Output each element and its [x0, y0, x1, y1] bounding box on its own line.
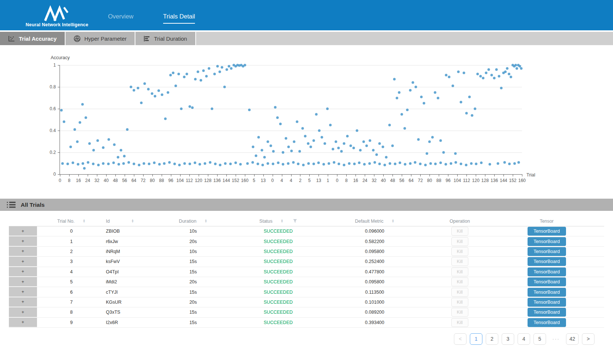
tensorboard-button[interactable]: TensorBoard	[528, 237, 566, 246]
x-tick-label: 104	[454, 178, 461, 183]
col-header-duration[interactable]: Duration▲▼	[149, 216, 238, 226]
kill-button[interactable]: Kill	[451, 247, 468, 256]
aperture-icon	[74, 35, 81, 42]
page-button-4[interactable]: 4	[518, 333, 530, 345]
tensorboard-button[interactable]: TensorBoard	[528, 257, 566, 266]
scatter-point	[246, 162, 249, 165]
x-axis-tick	[476, 174, 476, 176]
scatter-point	[69, 146, 72, 148]
scatter-point	[444, 163, 447, 166]
tensorboard-button[interactable]: TensorBoard	[528, 288, 566, 297]
tab-hyper-parameter[interactable]: Hyper Parameter	[65, 32, 135, 45]
table-cell: Kill	[430, 277, 489, 287]
tensorboard-button[interactable]: TensorBoard	[528, 247, 566, 256]
sort-icon[interactable]: ▲▼	[392, 219, 394, 223]
sort-icon[interactable]: ▲▼	[281, 219, 283, 223]
tensorboard-button[interactable]: TensorBoard	[528, 227, 566, 236]
scatter-point	[451, 85, 454, 87]
scatter-point	[175, 85, 177, 87]
expand-button[interactable]: +	[9, 297, 37, 307]
y-grid-line	[60, 109, 522, 109]
expand-button[interactable]: +	[9, 277, 37, 287]
tensorboard-button[interactable]: TensorBoard	[528, 308, 566, 317]
col-header-id[interactable]: Id▲▼	[106, 216, 149, 226]
scatter-point	[384, 164, 386, 166]
kill-button[interactable]: Kill	[451, 288, 468, 297]
col-header-default-metric[interactable]: Default Metric▲▼	[319, 216, 430, 226]
nav-trials-detail[interactable]: Trials Detail	[163, 13, 195, 24]
expand-button[interactable]: +	[9, 236, 37, 246]
kill-button[interactable]: Kill	[451, 318, 468, 327]
x-tick-label: 0	[271, 178, 274, 183]
scatter-point	[267, 140, 269, 143]
scatter-icon	[8, 36, 15, 42]
expand-button[interactable]: +	[9, 267, 37, 277]
page-button-1[interactable]: 1	[470, 333, 482, 345]
expand-button[interactable]: +	[9, 247, 37, 256]
x-axis-tick	[106, 174, 107, 176]
scatter-point	[97, 164, 100, 166]
x-axis-tick	[522, 174, 522, 176]
scatter-point	[117, 163, 120, 166]
scatter-point	[197, 70, 199, 73]
nav-overview[interactable]: Overview	[108, 13, 134, 24]
table-row: +6cTYJI15sSUCCEEDED0.113500KillTensorBoa…	[9, 287, 604, 297]
tensorboard-button[interactable]: TensorBoard	[528, 298, 566, 307]
scatter-point	[216, 65, 219, 67]
table-row: +8Q3xTS15sSUCCEEDED0.089200KillTensorBoa…	[9, 307, 604, 317]
x-tick-label: 48	[113, 178, 118, 183]
tensorboard-button[interactable]: TensorBoard	[528, 318, 566, 327]
x-axis-tick	[97, 174, 97, 176]
scatter-point	[172, 71, 175, 74]
table-cell: SUCCEEDED	[238, 236, 319, 246]
tensorboard-button[interactable]: TensorBoard	[528, 277, 566, 286]
x-axis-tick	[513, 174, 513, 176]
kill-button[interactable]: Kill	[451, 298, 468, 307]
col-header-trial-no[interactable]: Trial No.▲▼	[37, 216, 106, 226]
scatter-point	[183, 76, 185, 78]
expand-button[interactable]: +	[9, 318, 37, 327]
table-cell: SUCCEEDED	[238, 297, 319, 307]
kill-button[interactable]: Kill	[451, 308, 468, 317]
sort-icon[interactable]: ▲▼	[205, 219, 207, 223]
scatter-point	[164, 117, 166, 120]
scatter-point	[221, 66, 223, 68]
scatter-point	[191, 107, 194, 109]
tensorboard-button[interactable]: TensorBoard	[528, 267, 566, 276]
expand-button[interactable]: +	[9, 226, 37, 236]
sort-icon[interactable]: ▲▼	[131, 219, 134, 223]
sort-icon[interactable]: ▲▼	[83, 219, 85, 223]
page-next-button[interactable]: >	[582, 333, 595, 345]
y-axis-tick	[58, 65, 60, 65]
tab-trial-accuracy[interactable]: Trial Accuracy	[0, 32, 65, 45]
x-tick-label: 32	[372, 178, 377, 183]
tab-trial-duration[interactable]: Trial Duration	[135, 32, 196, 45]
trial-no-cell: 8	[37, 307, 106, 317]
kill-button[interactable]: Kill	[451, 277, 468, 286]
page-button-2[interactable]: 2	[486, 333, 498, 345]
col-header-status[interactable]: Status▲▼	[238, 216, 319, 226]
expand-button[interactable]: +	[9, 287, 37, 297]
expand-button[interactable]: +	[9, 307, 37, 317]
kill-button[interactable]: Kill	[451, 227, 468, 236]
col-header-expand	[9, 216, 37, 226]
kill-button[interactable]: Kill	[451, 267, 468, 276]
trial-id-cell: cTYJI	[106, 287, 149, 297]
scatter-point	[343, 142, 346, 145]
kill-button[interactable]: Kill	[451, 237, 468, 246]
kill-button[interactable]: Kill	[451, 257, 468, 266]
page-button-3[interactable]: 3	[502, 333, 514, 345]
x-axis-tick	[346, 174, 347, 176]
scatter-point	[425, 152, 428, 155]
x-axis-tick	[319, 174, 319, 176]
x-axis-tick	[78, 174, 79, 176]
expand-button[interactable]: +	[9, 257, 37, 266]
page-prev-button[interactable]: <	[454, 333, 467, 345]
scatter-point	[188, 162, 191, 165]
page-button-5[interactable]: 5	[533, 333, 546, 345]
page-button-42[interactable]: 42	[566, 333, 579, 345]
trial-id-cell: I2x6R	[106, 318, 149, 327]
scatter-point	[429, 162, 432, 165]
column-label: Trial No.	[57, 219, 75, 224]
filter-icon[interactable]	[293, 219, 297, 223]
